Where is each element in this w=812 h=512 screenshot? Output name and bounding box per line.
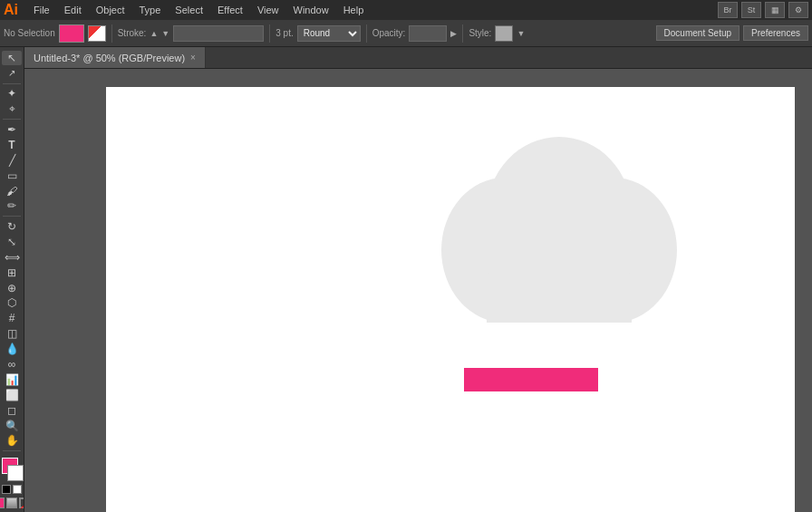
mesh-tool[interactable]: #: [2, 311, 22, 325]
magic-wand-tool[interactable]: ✦: [2, 87, 22, 101]
style-dropdown-arrow[interactable]: ▼: [517, 29, 525, 38]
canvas-area: Untitled-3* @ 50% (RGB/Preview) ×: [24, 47, 812, 512]
tool-sep-4: [3, 450, 21, 451]
menu-edit[interactable]: Edit: [58, 3, 88, 17]
style-swatch[interactable]: [495, 25, 513, 42]
hat-band-rectangle: [464, 368, 598, 391]
pencil-tool[interactable]: ✏: [2, 198, 22, 213]
color-pair: [0, 458, 24, 481]
color-section: [0, 458, 24, 508]
shape-builder-tool[interactable]: ⊕: [2, 281, 22, 295]
grid-icon[interactable]: ▦: [765, 2, 785, 18]
left-toolbar: ↖ ↗ ✦ ⌖ ✒ T ╱ ▭ 🖌 ✏ ↻ ⤡ ⟺ ⊞ ⊕ ⬡ # ◫ 💧 ∞ …: [0, 47, 24, 512]
document-setup-button[interactable]: Document Setup: [656, 25, 740, 41]
main-area: ↖ ↗ ✦ ⌖ ✒ T ╱ ▭ 🖌 ✏ ↻ ⤡ ⟺ ⊞ ⊕ ⬡ # ◫ 💧 ∞ …: [0, 47, 812, 512]
menu-object[interactable]: Object: [90, 3, 131, 17]
options-toolbar: No Selection Stroke: ▲ ▼ 3 pt. Round Fla…: [0, 20, 812, 47]
style-label: Style:: [469, 28, 491, 38]
pen-tool[interactable]: ✒: [2, 122, 22, 137]
selection-tool[interactable]: ↖: [2, 51, 22, 65]
tab-bar: Untitled-3* @ 50% (RGB/Preview) ×: [24, 47, 812, 69]
type-tool[interactable]: T: [2, 138, 22, 152]
opacity-input[interactable]: 100%: [409, 25, 447, 42]
stroke-type-select[interactable]: Round Flat Projecting: [297, 25, 361, 42]
menu-type[interactable]: Type: [133, 3, 168, 17]
free-transform-tool[interactable]: ⊞: [2, 266, 22, 280]
sep1: [111, 24, 112, 43]
menu-bar: Ai File Edit Object Type Select Effect V…: [0, 0, 812, 20]
opacity-arrow[interactable]: ▶: [450, 29, 457, 38]
stroke-pt-label: 3 pt.: [276, 28, 293, 38]
sep3: [366, 24, 367, 43]
default-colors-icon[interactable]: [2, 485, 11, 494]
perspective-grid-tool[interactable]: ⬡: [2, 296, 22, 311]
chef-hat-svg: [432, 132, 686, 368]
stroke-value-input[interactable]: [173, 25, 264, 42]
svg-rect-4: [487, 323, 632, 341]
tool-sep-3: [3, 216, 21, 217]
ext-icons: Br St ▦ ⚙: [718, 2, 808, 18]
paintbrush-tool[interactable]: 🖌: [2, 184, 22, 198]
tool-sep-1: [3, 83, 21, 84]
menu-help[interactable]: Help: [337, 3, 371, 17]
menu-select[interactable]: Select: [169, 3, 209, 17]
opacity-label: Opacity:: [372, 28, 406, 38]
canvas-bg: [24, 69, 812, 512]
stroke-down-arrow[interactable]: ▼: [161, 29, 169, 38]
menu-file[interactable]: File: [27, 3, 56, 17]
artboard-container: [24, 69, 812, 512]
stroke-label: Stroke:: [118, 28, 147, 38]
background-color[interactable]: [7, 465, 24, 481]
lasso-tool[interactable]: ⌖: [2, 101, 22, 116]
width-tool[interactable]: ⟺: [2, 250, 22, 265]
stock-icon[interactable]: St: [741, 2, 761, 18]
tab-close-button[interactable]: ×: [190, 53, 196, 63]
sep2: [269, 24, 270, 43]
preferences-button[interactable]: Preferences: [743, 25, 808, 41]
settings-icon[interactable]: ⚙: [788, 2, 808, 18]
selection-label: No Selection: [4, 28, 55, 38]
menu-view[interactable]: View: [251, 3, 285, 17]
zoom-tool[interactable]: 🔍: [2, 419, 22, 433]
color-mode-btn[interactable]: [0, 498, 5, 508]
artboard-tool[interactable]: ⬜: [2, 388, 22, 402]
gradient-mode-btn[interactable]: [6, 498, 17, 508]
direct-selection-tool[interactable]: ↗: [2, 66, 22, 81]
svg-point-2: [487, 137, 632, 291]
bridge-icon[interactable]: Br: [718, 2, 738, 18]
chef-hat-container: [432, 132, 686, 370]
rotate-tool[interactable]: ↻: [2, 219, 22, 234]
stroke-up-arrow[interactable]: ▲: [150, 29, 158, 38]
fill-swatch[interactable]: [59, 24, 84, 43]
chart-tool[interactable]: 📊: [2, 372, 22, 387]
tool-sep-2: [3, 119, 21, 120]
gradient-tool[interactable]: ◫: [2, 326, 22, 341]
hand-tool[interactable]: ✋: [2, 434, 22, 449]
tab-title: Untitled-3* @ 50% (RGB/Preview): [34, 53, 185, 63]
document-tab[interactable]: Untitled-3* @ 50% (RGB/Preview) ×: [24, 47, 206, 68]
line-tool[interactable]: ╱: [2, 153, 22, 168]
eraser-tool[interactable]: ◻: [2, 403, 22, 418]
menu-window[interactable]: Window: [287, 3, 335, 17]
blend-tool[interactable]: ∞: [2, 357, 22, 372]
menu-effect[interactable]: Effect: [211, 3, 249, 17]
rectangle-tool[interactable]: ▭: [2, 169, 22, 183]
artboard: [106, 87, 795, 512]
sep4: [462, 24, 463, 43]
swap-colors-icon[interactable]: [13, 485, 22, 494]
app-logo: Ai: [4, 2, 18, 18]
stroke-swatch[interactable]: [88, 25, 106, 42]
eyedropper-tool[interactable]: 💧: [2, 342, 22, 356]
scale-tool[interactable]: ⤡: [2, 235, 22, 249]
